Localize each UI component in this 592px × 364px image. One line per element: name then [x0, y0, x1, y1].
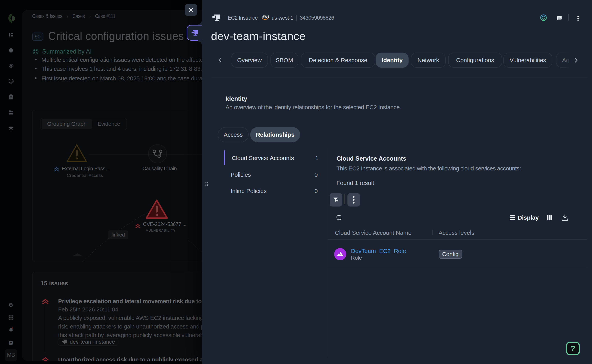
svg-text:aws: aws: [262, 14, 269, 19]
